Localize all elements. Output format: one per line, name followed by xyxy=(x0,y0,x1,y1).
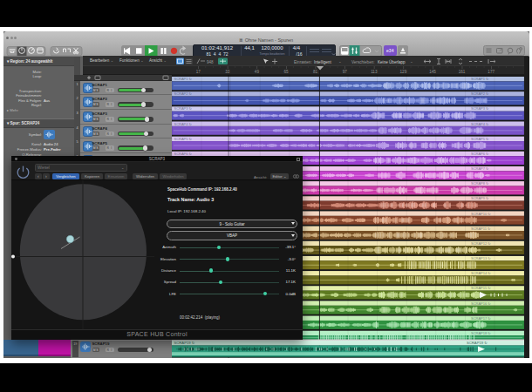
svg-text:SCRAP13 ↻: SCRAP13 ↻ xyxy=(471,256,491,260)
svg-text:SCRAP5 ↻: SCRAP5 ↻ xyxy=(471,137,488,141)
svg-text:SCRAP1 ↻: SCRAP1 ↻ xyxy=(471,77,488,81)
svg-text:SCRAP3 ↻: SCRAP3 ↻ xyxy=(471,106,488,111)
svg-text:SCRAP4 ↻: SCRAP4 ↻ xyxy=(174,122,192,126)
svg-text:SCRAP2 ↻: SCRAP2 ↻ xyxy=(471,91,488,96)
svg-text:SCRAP8 ↻: SCRAP8 ↻ xyxy=(471,181,488,186)
svg-text:SCRAP5 ↻: SCRAP5 ↻ xyxy=(174,137,192,141)
svg-text:SCRAP9 ↻: SCRAP9 ↻ xyxy=(471,196,488,200)
svg-text:SCRAP19 ↻: SCRAP19 ↻ xyxy=(174,341,195,345)
svg-text:SCRAP6 ↻: SCRAP6 ↻ xyxy=(471,152,488,156)
svg-text:SCRAP7 ↻: SCRAP7 ↻ xyxy=(471,166,488,171)
svg-text:SCRAP4 ↻: SCRAP4 ↻ xyxy=(471,122,488,126)
svg-text:SCRAP2 ↻: SCRAP2 ↻ xyxy=(174,91,192,96)
svg-text:SCRAP3 ↻: SCRAP3 ↻ xyxy=(174,106,192,111)
svg-text:SCRAP1 ↻: SCRAP1 ↻ xyxy=(174,77,192,81)
svg-text:SCRAP14 ↻: SCRAP14 ↻ xyxy=(471,271,491,275)
svg-text:SCRAP11 ↻: SCRAP11 ↻ xyxy=(471,226,490,231)
svg-text:SCRAP12 ↻: SCRAP12 ↻ xyxy=(471,241,491,246)
svg-text:SCRAP19 ↻: SCRAP19 ↻ xyxy=(467,341,488,345)
svg-text:SCRAP16 ↻: SCRAP16 ↻ xyxy=(471,301,491,306)
svg-text:SCRAP10 ↻: SCRAP10 ↻ xyxy=(471,212,491,216)
svg-text:SCRAP17 ↻: SCRAP17 ↻ xyxy=(471,316,491,321)
svg-text:SCRAP15 ↻: SCRAP15 ↻ xyxy=(471,286,491,290)
